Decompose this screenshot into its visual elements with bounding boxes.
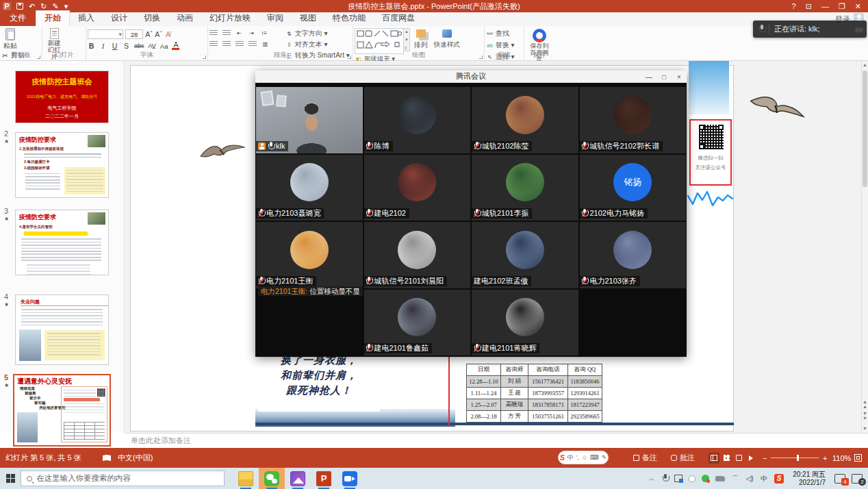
toolbox-icon[interactable]: ✎	[602, 454, 607, 461]
qat-customize-icon[interactable]: ▾	[64, 2, 68, 11]
seagull-image-left[interactable]	[199, 140, 247, 164]
italic-button[interactable]: I	[99, 42, 107, 50]
tray-bell-icon[interactable]	[689, 475, 695, 482]
tab-file[interactable]: 文件	[0, 11, 36, 26]
redo-icon[interactable]: ↻	[40, 2, 47, 11]
quick-styles-button[interactable]: 快速样式	[432, 28, 462, 49]
font-color-button[interactable]: A	[172, 42, 179, 50]
notes-toggle[interactable]: 备注	[633, 448, 657, 468]
tray-volume-icon[interactable]: ◁)	[745, 475, 754, 482]
vertical-scrollbar[interactable]: ▲ ▲▲ ▼▼ ▼	[861, 61, 868, 433]
start-button[interactable]	[0, 474, 21, 483]
maximize-button[interactable]: ❐	[839, 2, 845, 11]
close-button[interactable]: ✕	[855, 2, 861, 11]
participant-tile[interactable]: 城轨信号2101刘晨阳	[364, 222, 471, 288]
tab-review[interactable]: 审阅	[259, 11, 292, 26]
shrink-font-icon[interactable]: Aˇ	[155, 30, 162, 38]
thumbnail-slide-5-selected[interactable]: 遭遇意外心灵安抚 情绪低落被隔离被分手被诈骗所处地区被管控	[13, 374, 111, 447]
taskbar-photos-app[interactable]	[285, 468, 311, 489]
notification-flag-icon[interactable]: 4	[834, 474, 845, 484]
scroll-up-icon[interactable]: ▲	[862, 61, 868, 69]
thumbnail-slide-3[interactable]: 疫情防空要求 4.落实学生去向管控	[15, 210, 109, 275]
find-button[interactable]: 👓 查找	[486, 29, 515, 38]
tab-view[interactable]: 视图	[292, 11, 324, 26]
fit-to-window-button[interactable]	[854, 448, 862, 468]
decrease-indent-icon[interactable]: ⇤	[235, 30, 243, 36]
ime-mode-icon[interactable]: 中	[567, 453, 574, 462]
tab-special-features[interactable]: 特色功能	[324, 11, 374, 26]
participant-tile[interactable]: klk	[256, 87, 363, 153]
replace-button[interactable]: ab 替换 ▾	[486, 40, 515, 50]
normal-view-button[interactable]	[709, 453, 719, 464]
slide-sorter-view-button[interactable]	[721, 453, 732, 464]
underline-button[interactable]: U	[111, 42, 118, 50]
language-indicator[interactable]: 中文(中国)	[118, 448, 153, 468]
char-spacing-button[interactable]: AV̲	[149, 42, 156, 49]
ribbon-display-icon[interactable]: ⊡	[806, 2, 812, 11]
taskbar-tencent-meeting[interactable]	[337, 468, 363, 489]
shapes-gallery-scroll[interactable]: ▲▼≡	[404, 28, 410, 51]
next-slide-icon[interactable]: ▼▼	[862, 411, 868, 421]
thumbnail-slide-1[interactable]: 疫情防控主题班会 2021级电厂电力、建筑电气、城轨信号 电气工程学院 二〇二二…	[15, 71, 109, 123]
tray-expand-icon[interactable]: ︿	[648, 474, 656, 484]
tab-slideshow[interactable]: 幻灯片放映	[201, 11, 259, 26]
meeting-minimize-button[interactable]: —	[641, 71, 656, 83]
participant-tile[interactable]: 建电2101蒋晓辉	[472, 290, 578, 356]
reading-view-button[interactable]	[733, 453, 744, 464]
paragraph-dialog-launcher[interactable]	[348, 55, 351, 59]
numbering-icon[interactable]	[222, 30, 231, 36]
tab-baidu-netdisk[interactable]: 百度网盘	[374, 11, 423, 26]
font-dialog-launcher[interactable]	[203, 55, 206, 59]
grow-font-icon[interactable]: Aˆ	[145, 30, 153, 38]
tray-network-icon[interactable]: ⌒	[731, 474, 739, 484]
text-direction-button[interactable]: ⇅ 文字方向 ▾	[285, 29, 350, 38]
meeting-titlebar[interactable]: 腾讯会议 — □ ×	[255, 71, 687, 83]
meeting-close-button[interactable]: ×	[672, 71, 687, 83]
participant-tile[interactable]: 城轨信号2102郭长谱	[580, 87, 687, 153]
align-right-icon[interactable]	[235, 41, 244, 47]
participant-tile[interactable]: 铭扬2102电力马铭扬	[580, 155, 687, 221]
touch-mode-icon[interactable]: ✎	[52, 2, 58, 11]
tray-green-shield-icon[interactable]	[702, 475, 709, 482]
taskbar-file-explorer[interactable]	[233, 468, 259, 489]
meeting-maximize-button[interactable]: □	[656, 71, 672, 83]
punctuation-icon[interactable]: ’,	[576, 454, 579, 461]
taskbar-search-input[interactable]: 在这里输入你要搜索的内容	[21, 471, 225, 486]
zoom-out-button[interactable]: −	[763, 448, 767, 468]
tray-window-icon[interactable]	[674, 475, 682, 482]
participant-tile[interactable]: 电力2103聂璐宽	[256, 155, 363, 221]
clipboard-dialog-launcher[interactable]	[37, 55, 40, 59]
justify-icon[interactable]	[248, 41, 257, 47]
bold-button[interactable]: B	[88, 42, 95, 50]
strikethrough-button[interactable]: abc	[134, 42, 144, 49]
font-size-combobox[interactable]: 28	[125, 29, 143, 39]
participant-tile[interactable]: 电力2101王衡电力2101王衡: 位置移动显不显	[256, 222, 363, 288]
participant-tile[interactable]: 建电2102班孟傲	[472, 222, 578, 288]
paste-button[interactable]: 粘贴	[1, 28, 19, 51]
action-center-icon[interactable]: 2	[852, 474, 863, 484]
consultation-table[interactable]: 日期咨询师咨询电话咨询 QQ12.28—1.10刘 娟1561773642111…	[466, 364, 602, 423]
tab-design[interactable]: 设计	[103, 11, 136, 26]
zoom-level[interactable]: 110%	[832, 448, 851, 468]
taskbar-powerpoint[interactable]: P	[311, 468, 337, 489]
zoom-in-button[interactable]: +	[823, 448, 827, 468]
slideshow-button[interactable]	[745, 453, 756, 464]
tab-insert[interactable]: 插入	[70, 11, 103, 26]
tab-transitions[interactable]: 切换	[136, 11, 168, 26]
tab-home[interactable]: 开始	[36, 10, 70, 26]
thumbnail-slide-4[interactable]: 失业问题	[15, 294, 109, 365]
increase-indent-icon[interactable]: ⇥	[248, 30, 255, 36]
drawing-dialog-launcher[interactable]	[479, 55, 483, 59]
columns-icon[interactable]: ▥	[261, 41, 269, 47]
align-text-button[interactable]: ⇳ 对齐文本 ▾	[285, 40, 350, 49]
tencent-meeting-window[interactable]: 腾讯会议 — □ × klk陈博城轨2102陈莹城轨信号2102郭长谱电力210…	[255, 71, 687, 357]
taskbar-wechat-active[interactable]	[259, 468, 285, 489]
scroll-down-icon[interactable]: ▼	[862, 425, 868, 433]
seagull-image-right[interactable]	[737, 68, 818, 151]
bullets-icon[interactable]	[209, 30, 218, 36]
sogou-ime-toolbar[interactable]: S 中 ’, ☺ ⌨ ✎	[558, 451, 609, 464]
thumbnail-slide-2[interactable]: 疫情防控要求 1.无返校通知不得提前返校 2.每日健康打卡 3.校园移动申请	[15, 132, 109, 198]
previous-slide-icon[interactable]: ▲▲	[862, 399, 868, 409]
keyboard-icon[interactable]: ⌨	[590, 454, 599, 461]
spellcheck-icon[interactable]	[103, 448, 111, 468]
